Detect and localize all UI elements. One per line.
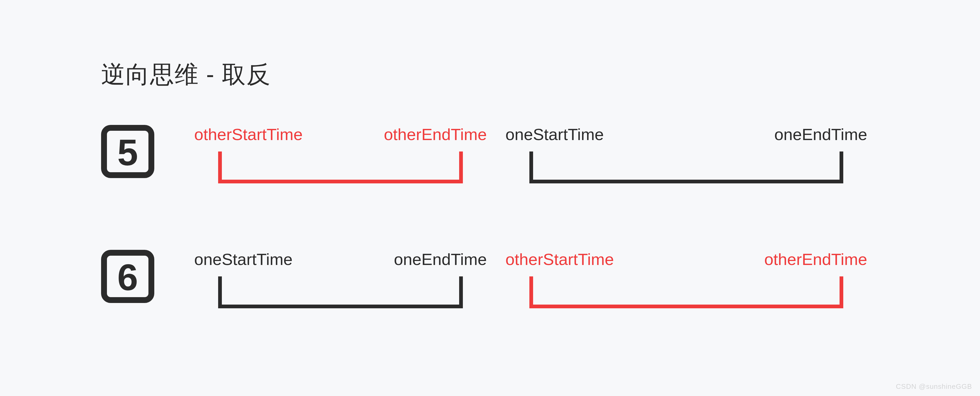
interval-6-other-start: otherStartTime: [506, 250, 614, 269]
interval-5-other-end: otherEndTime: [384, 125, 487, 144]
badge-5: 5: [101, 125, 154, 178]
diagram-row-5: 5 otherStartTime otherEndTime oneStartTi…: [101, 125, 873, 204]
interval-5-one-end: oneEndTime: [774, 125, 867, 144]
diagram-page: 逆向思维 - 取反 5 otherStartTime otherEndTime …: [0, 0, 980, 396]
interval-5-other-start: otherStartTime: [194, 125, 303, 144]
interval-6-other-end: otherEndTime: [764, 250, 867, 269]
interval-6-one-bracket: [218, 276, 463, 308]
badge-6: 6: [101, 250, 154, 303]
watermark: CSDN @sunshineGGB: [896, 382, 972, 391]
badge-5-number: 5: [117, 134, 138, 171]
interval-6-one-end: oneEndTime: [394, 250, 487, 269]
interval-5-one-bracket: [529, 152, 843, 184]
interval-6-other-bracket: [529, 276, 843, 308]
badge-6-number: 6: [117, 259, 138, 296]
interval-6-one-start: oneStartTime: [194, 250, 293, 269]
interval-5-other-bracket: [218, 152, 463, 184]
diagram-row-6: 6 oneStartTime oneEndTime otherStartTime…: [101, 250, 873, 329]
interval-5-one-start: oneStartTime: [506, 125, 604, 144]
diagram-title: 逆向思维 - 取反: [101, 59, 271, 91]
